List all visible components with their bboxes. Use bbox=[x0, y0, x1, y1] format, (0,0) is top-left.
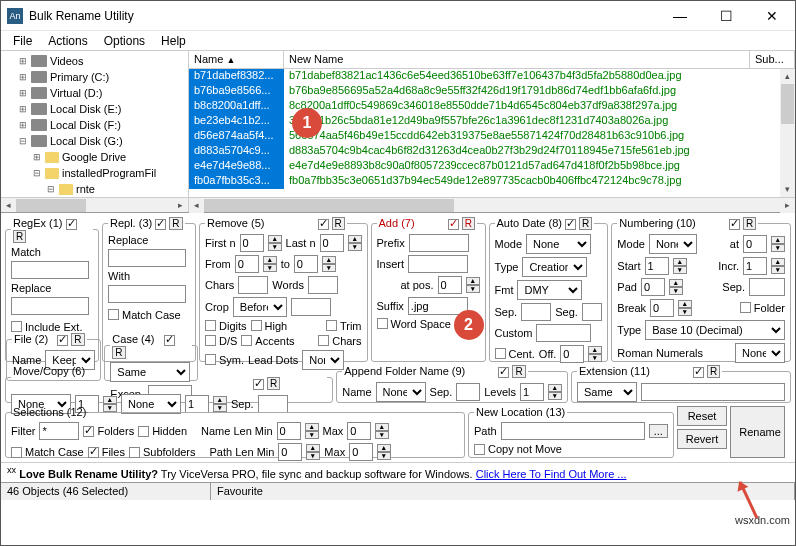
status-favourite: Favourite bbox=[211, 483, 795, 500]
tree-item[interactable]: ⊞Google Drive bbox=[3, 149, 186, 165]
menubar: File Actions Options Help bbox=[1, 31, 795, 51]
file-list[interactable]: Name ▲ New Name Sub... b71dabef8382...b7… bbox=[189, 51, 795, 212]
file-row[interactable]: fb0a7fbb35c3...fb0a7fbb35c3e0651d37b94ec… bbox=[189, 174, 795, 189]
sel-filter[interactable] bbox=[39, 422, 79, 440]
regex-toggle[interactable] bbox=[66, 219, 77, 230]
footnote-link[interactable]: Click Here To Find Out More ... bbox=[476, 468, 627, 480]
minimize-button[interactable]: — bbox=[657, 1, 703, 31]
repl-with-input[interactable] bbox=[108, 285, 186, 303]
revert-button[interactable]: Revert bbox=[677, 429, 727, 449]
autodate-sep[interactable] bbox=[521, 303, 551, 321]
numbering-reset[interactable]: R bbox=[743, 217, 756, 230]
menu-options[interactable]: Options bbox=[96, 34, 153, 48]
watermark: wsxdn.com bbox=[735, 514, 790, 526]
reset-button[interactable]: Reset bbox=[677, 406, 727, 426]
add-insert[interactable] bbox=[408, 255, 468, 273]
callout-2: 2 bbox=[454, 310, 484, 340]
numbering-incr[interactable] bbox=[743, 257, 767, 275]
panel-numbering: Numbering (10) R Mode None at ▴▾ Start ▴… bbox=[611, 217, 791, 362]
file-row[interactable]: e4e7d4e9e88...e4e7d4e9e8893b8c90a0f80572… bbox=[189, 159, 795, 174]
repl-replace-input[interactable] bbox=[108, 249, 186, 267]
remove-chars[interactable] bbox=[238, 276, 268, 294]
file-row[interactable]: b8c8200a1dff... 8c8200a1dff0c549869c3460… bbox=[189, 99, 795, 114]
numbering-pad[interactable] bbox=[641, 278, 665, 296]
autodate-type[interactable]: Creation (Cur bbox=[522, 257, 587, 277]
col-name[interactable]: Name ▲ bbox=[189, 51, 284, 68]
autodate-mode[interactable]: None bbox=[526, 234, 591, 254]
newloc-path[interactable] bbox=[501, 422, 645, 440]
list-vscroll[interactable]: ▴▾ bbox=[780, 69, 795, 197]
add-suffix[interactable] bbox=[408, 297, 468, 315]
remove-crop[interactable]: Before bbox=[233, 297, 287, 317]
numbering-start[interactable] bbox=[645, 257, 669, 275]
tree-item[interactable]: ⊞Local Disk (E:) bbox=[3, 101, 186, 117]
app-icon: An bbox=[7, 8, 23, 24]
remove-reset[interactable]: R bbox=[332, 217, 345, 230]
col-sub[interactable]: Sub... bbox=[750, 51, 795, 68]
add-prefix[interactable] bbox=[409, 234, 469, 252]
panel-append: Append Folder Name (9) R Name None Sep. … bbox=[336, 365, 568, 403]
rename-button[interactable]: Rename bbox=[730, 406, 785, 458]
autodate-seg[interactable] bbox=[582, 303, 602, 321]
file-row[interactable]: d883a5704c9...d883a5704c9b4cac4b6f82d312… bbox=[189, 144, 795, 159]
folder-tree[interactable]: ⊞Videos⊞Primary (C:)⊞Virtual (D:)⊞Local … bbox=[1, 51, 189, 212]
autodate-off[interactable] bbox=[560, 345, 584, 363]
numbering-type[interactable]: Base 10 (Decimal) bbox=[645, 320, 785, 340]
panel-movecopy: Move/Copy (6) R None ▴▾ None ▴▾ Sep. bbox=[5, 365, 333, 403]
remove-to[interactable] bbox=[294, 255, 318, 273]
repl-reset[interactable]: R bbox=[169, 217, 182, 230]
remove-from[interactable] bbox=[235, 255, 259, 273]
remove-words[interactable] bbox=[308, 276, 338, 294]
remove-firstn[interactable] bbox=[240, 234, 264, 252]
numbering-roman[interactable]: None bbox=[735, 343, 785, 363]
menu-actions[interactable]: Actions bbox=[40, 34, 95, 48]
tree-item[interactable]: ⊞Local Disk (F:) bbox=[3, 117, 186, 133]
tree-item[interactable]: ⊞Primary (C:) bbox=[3, 69, 186, 85]
numbering-sep[interactable] bbox=[749, 278, 785, 296]
tree-item[interactable]: ⊟installedProgramFil bbox=[3, 165, 186, 181]
add-toggle[interactable] bbox=[448, 219, 459, 230]
numbering-toggle[interactable] bbox=[729, 219, 740, 230]
newloc-browse[interactable]: ... bbox=[649, 424, 668, 438]
repl-toggle[interactable] bbox=[155, 219, 166, 230]
repl-matchcase[interactable] bbox=[108, 309, 119, 320]
menu-file[interactable]: File bbox=[5, 34, 40, 48]
file-row[interactable]: be23eb4c1b2... 3eb4c1b26c5bda81e12d49ba9… bbox=[189, 114, 795, 129]
maximize-button[interactable]: ☐ bbox=[703, 1, 749, 31]
col-newname[interactable]: New Name bbox=[284, 51, 750, 68]
remove-crop-val[interactable] bbox=[291, 298, 331, 316]
footnote: xx Love Bulk Rename Utility? Try ViceVer… bbox=[1, 462, 795, 482]
window-title: Bulk Rename Utility bbox=[29, 9, 657, 23]
list-hscroll[interactable]: ◂▸ bbox=[189, 197, 795, 212]
tree-item[interactable]: ⊟rnte bbox=[3, 181, 186, 197]
tree-item[interactable]: ⊟Local Disk (G:) bbox=[3, 133, 186, 149]
tree-hscroll[interactable]: ◂▸ bbox=[1, 197, 188, 212]
regex-inclext[interactable] bbox=[11, 321, 22, 332]
ext-select[interactable]: Same bbox=[577, 382, 637, 402]
autodate-toggle[interactable] bbox=[565, 219, 576, 230]
titlebar: An Bulk Rename Utility — ☐ ✕ bbox=[1, 1, 795, 31]
add-atpos[interactable] bbox=[438, 276, 462, 294]
file-row[interactable]: b76ba9e8566...b76ba9e856695a52a4d68a8c9e… bbox=[189, 84, 795, 99]
options-panels: RegEx (1) R Match Replace Include Ext. R… bbox=[1, 213, 795, 462]
numbering-at[interactable] bbox=[743, 235, 767, 253]
file-row[interactable]: d56e874aa5f4... 56e874aa5f46b49e15ccdd64… bbox=[189, 129, 795, 144]
panel-add: Add (7) R Prefix Insert at pos. ▴▾ Suffi… bbox=[371, 217, 486, 362]
regex-reset[interactable]: R bbox=[13, 230, 26, 243]
regex-replace-input[interactable] bbox=[11, 297, 89, 315]
close-button[interactable]: ✕ bbox=[749, 1, 795, 31]
remove-toggle[interactable] bbox=[318, 219, 329, 230]
regex-match-input[interactable] bbox=[11, 261, 89, 279]
remove-lastn[interactable] bbox=[320, 234, 344, 252]
autodate-reset[interactable]: R bbox=[579, 217, 592, 230]
menu-help[interactable]: Help bbox=[153, 34, 194, 48]
numbering-mode[interactable]: None bbox=[649, 234, 697, 254]
tree-item[interactable]: ⊞Videos bbox=[3, 53, 186, 69]
numbering-break[interactable] bbox=[650, 299, 674, 317]
tree-item[interactable]: ⊞Virtual (D:) bbox=[3, 85, 186, 101]
append-name[interactable]: None bbox=[376, 382, 426, 402]
autodate-fmt[interactable]: DMY bbox=[517, 280, 582, 300]
autodate-custom[interactable] bbox=[536, 324, 591, 342]
add-reset[interactable]: R bbox=[462, 217, 475, 230]
file-row[interactable]: b71dabef8382...b71dabef83821ac1436c6e54e… bbox=[189, 69, 795, 84]
